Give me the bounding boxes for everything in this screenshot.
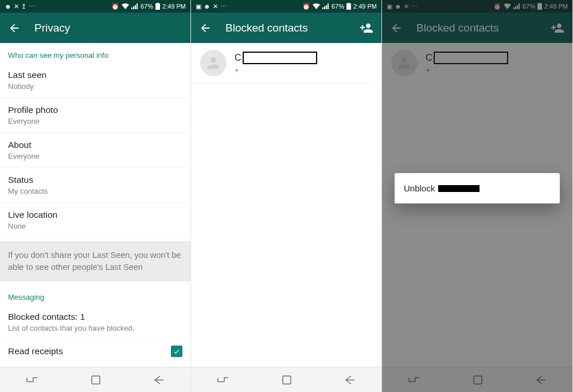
- redacted-name: [438, 185, 480, 192]
- battery-icon: [346, 3, 351, 10]
- setting-live-location[interactable]: Live location None: [0, 203, 190, 238]
- phone-blocked-contacts-screen: ▣ ☻ ✕ ⋯ ⏰ 67% 2:49 PM Blocked contacts: [191, 0, 382, 392]
- battery-icon: [155, 3, 160, 10]
- back-nav-button[interactable]: [154, 375, 164, 385]
- wifi-icon: [122, 3, 129, 9]
- home-button[interactable]: [91, 375, 100, 385]
- recents-button[interactable]: [217, 375, 229, 385]
- back-nav-button[interactable]: [345, 375, 355, 385]
- setting-label: Status: [8, 175, 182, 185]
- battery-text: 67%: [523, 3, 535, 10]
- contact-number-prefix: +: [426, 66, 430, 75]
- battery-text: 67%: [141, 3, 153, 10]
- alarm-icon: ⏰: [111, 3, 119, 10]
- setting-value: My contacts: [8, 187, 182, 195]
- contact-number-prefix: +: [235, 66, 239, 75]
- status-bar: ☻ ✕ ↥ ⋯ ⏰ 67% 2:49 PM: [0, 0, 190, 13]
- system-nav-bar: [382, 367, 572, 392]
- wifi-icon: [504, 3, 511, 9]
- back-button[interactable]: [197, 19, 214, 37]
- add-contact-button[interactable]: [548, 19, 567, 37]
- signal-icon: [322, 3, 329, 9]
- setting-blocked-contacts[interactable]: Blocked contacts: 1 List of contacts tha…: [0, 305, 190, 340]
- last-seen-info: If you don't share your Last Seen, you w…: [0, 241, 190, 281]
- home-button[interactable]: [282, 375, 291, 385]
- svg-rect-7: [539, 3, 541, 3]
- time-text: 2:49 PM: [162, 3, 186, 10]
- blocked-list-content: C +: [382, 43, 572, 367]
- back-button[interactable]: [388, 19, 405, 37]
- section-personal-info: Who can see my personal info: [0, 43, 190, 63]
- sync-icon: ✕: [14, 3, 19, 10]
- contact-name-letter: C: [426, 53, 432, 63]
- setting-value: Everyone: [8, 152, 182, 160]
- phone-privacy-screen: ☻ ✕ ↥ ⋯ ⏰ 67% 2:49 PM Privacy Who can se…: [0, 0, 191, 392]
- setting-last-seen[interactable]: Last seen Nobody: [0, 63, 190, 98]
- svg-rect-8: [474, 376, 482, 384]
- system-nav-bar: [191, 367, 381, 392]
- redacted-name: [243, 52, 317, 64]
- redacted-name: [434, 52, 508, 64]
- add-contact-button[interactable]: [357, 19, 376, 37]
- battery-text: 67%: [332, 3, 344, 10]
- unblock-dialog[interactable]: Unblock: [395, 173, 560, 203]
- signal-icon: [131, 3, 138, 9]
- setting-label: Live location: [8, 210, 182, 220]
- recents-button[interactable]: [408, 375, 420, 385]
- image-icon: ▣: [196, 3, 201, 10]
- checkbox-checked-icon[interactable]: [171, 346, 182, 357]
- setting-value: List of contacts that you have blocked.: [8, 324, 182, 332]
- time-text: 2:49 PM: [544, 3, 568, 10]
- back-button[interactable]: [6, 19, 23, 37]
- setting-value: Everyone: [8, 117, 182, 126]
- svg-rect-0: [155, 3, 160, 10]
- setting-profile-photo[interactable]: Profile photo Everyone: [0, 98, 190, 133]
- setting-about[interactable]: About Everyone: [0, 133, 190, 168]
- section-messaging: Messaging: [0, 285, 190, 305]
- setting-label: Read receipts: [8, 346, 171, 356]
- sync-icon: ✕: [404, 3, 409, 10]
- more-icon: ⋯: [220, 3, 227, 10]
- phone-unblock-dialog-screen: ▣ ☻ ✕ ⋯ ⏰ 67% 2:49 PM Blocked contacts: [382, 0, 573, 392]
- globe-icon: ☻: [204, 3, 211, 10]
- svg-rect-1: [157, 3, 159, 3]
- svg-rect-5: [283, 376, 291, 384]
- setting-value: Nobody: [8, 82, 182, 91]
- wifi-icon: [313, 3, 320, 9]
- sync-icon: ✕: [213, 3, 218, 10]
- setting-label: About: [8, 140, 182, 150]
- blocked-contact-row[interactable]: C +: [382, 43, 564, 84]
- unblock-label: Unblock: [404, 183, 435, 193]
- alarm-icon: ⏰: [493, 3, 501, 10]
- signal-icon: [513, 3, 520, 9]
- setting-read-receipts[interactable]: Read receipts: [0, 340, 190, 357]
- image-icon: ▣: [387, 3, 392, 10]
- svg-rect-3: [346, 3, 351, 10]
- app-bar: Privacy: [0, 13, 190, 43]
- home-button[interactable]: [473, 375, 482, 385]
- status-bar: ▣ ☻ ✕ ⋯ ⏰ 67% 2:49 PM: [191, 0, 381, 13]
- page-title: Privacy: [34, 22, 185, 34]
- battery-icon: [537, 3, 542, 10]
- upload-icon: ↥: [21, 3, 26, 10]
- blocked-contact-row[interactable]: C +: [191, 43, 373, 84]
- status-bar: ▣ ☻ ✕ ⋯ ⏰ 67% 2:49 PM: [382, 0, 572, 13]
- setting-label: Last seen: [8, 70, 182, 80]
- setting-status[interactable]: Status My contacts: [0, 168, 190, 203]
- app-bar: Blocked contacts: [382, 13, 572, 43]
- globe-icon: ☻: [395, 3, 402, 10]
- avatar-icon: [391, 50, 418, 76]
- more-icon: ⋯: [411, 3, 418, 10]
- more-icon: ⋯: [29, 3, 35, 10]
- blocked-list-content: C +: [191, 43, 381, 367]
- alarm-icon: ⏰: [302, 3, 310, 10]
- contact-name-letter: C: [235, 53, 241, 63]
- recents-button[interactable]: [26, 375, 38, 385]
- setting-label: Profile photo: [8, 105, 182, 115]
- setting-label: Blocked contacts: 1: [8, 312, 182, 322]
- back-nav-button[interactable]: [536, 375, 546, 385]
- svg-rect-6: [537, 3, 542, 10]
- svg-rect-2: [92, 376, 100, 384]
- privacy-content: Who can see my personal info Last seen N…: [0, 43, 190, 367]
- setting-value: None: [8, 222, 182, 230]
